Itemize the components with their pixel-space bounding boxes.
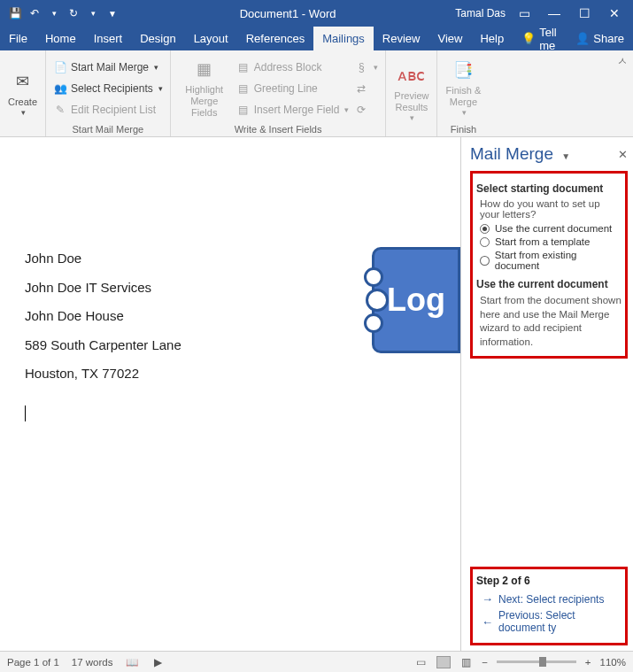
edit-icon: ✎ [53, 103, 67, 117]
start-mail-merge-button[interactable]: 📄Start Mail Merge▾ [53, 58, 163, 76]
rules-icon: § [354, 60, 368, 74]
word-count[interactable]: 17 words [72, 657, 113, 668]
chevron-down-icon: ▾ [21, 108, 26, 118]
qat-more-icon[interactable]: ▼ [104, 5, 120, 21]
address-block-button[interactable]: ▤Address Block [236, 58, 350, 76]
greeting-icon: ▤ [236, 81, 251, 96]
radio-icon [480, 224, 490, 234]
field-icon: ▤ [236, 103, 251, 117]
preview-icon: ᴀʙᴄ [399, 64, 424, 89]
radio-icon [480, 256, 490, 266]
redo-icon[interactable]: ↻ [66, 5, 81, 21]
people-icon: 👥 [53, 81, 67, 96]
previous-step-link[interactable]: ←Previous: Select document ty [476, 609, 621, 634]
arrow-left-icon: ← [482, 615, 493, 629]
insert-merge-field-button[interactable]: ▤Insert Merge Field▾ [236, 101, 350, 119]
envelope-icon: ✉ [11, 70, 35, 95]
section-description: Start from the document shown here and u… [476, 294, 621, 349]
preview-results-button[interactable]: ᴀʙᴄ Preview Results ▾ [393, 54, 429, 133]
group-create: ✉ Create ▾ [0, 50, 46, 136]
finish-icon: 📑 [451, 58, 475, 83]
titlebar-right: Tamal Das ▭ — ☐ ✕ [455, 6, 633, 20]
tab-insert[interactable]: Insert [85, 27, 132, 50]
wizard-step-nav: Step 2 of 6 →Next: Select recipients ←Pr… [470, 567, 628, 645]
create-button[interactable]: ✉ Create ▾ [7, 54, 38, 133]
zoom-in-button[interactable]: + [585, 657, 591, 668]
select-recipients-button[interactable]: 👥Select Recipients▾ [53, 80, 163, 97]
rules-button[interactable]: §▾ [354, 58, 378, 76]
tab-layout[interactable]: Layout [185, 27, 237, 50]
tab-view[interactable]: View [428, 27, 471, 50]
ribbon-display-icon[interactable]: ▭ [513, 6, 536, 20]
tab-mailings[interactable]: Mailings [313, 27, 374, 50]
collapse-ribbon-icon[interactable]: ㅅ [617, 54, 628, 69]
section-question: How do you want to set up your letters? [476, 198, 621, 220]
tab-help[interactable]: Help [471, 27, 513, 50]
share-button[interactable]: 👤Share [567, 27, 633, 50]
menu-bar: File Home Insert Design Layout Reference… [0, 27, 633, 50]
document-title: Document1 - Word [120, 7, 455, 20]
tab-home[interactable]: Home [36, 27, 85, 50]
logo-placeholder: Log [372, 247, 460, 353]
web-layout-icon[interactable]: ▥ [459, 655, 473, 668]
minimize-icon[interactable]: — [543, 6, 566, 20]
edit-recipient-list-button[interactable]: ✎Edit Recipient List [53, 101, 163, 119]
zoom-slider[interactable] [497, 660, 576, 663]
next-step-link[interactable]: →Next: Select recipients [476, 592, 621, 606]
spell-check-icon[interactable]: 📖 [126, 655, 139, 668]
tab-file[interactable]: File [0, 27, 36, 50]
zoom-out-button[interactable]: − [482, 657, 488, 668]
close-pane-icon[interactable]: ✕ [618, 148, 628, 161]
workspace: John Doe John Doe IT Services John Doe H… [0, 137, 633, 651]
text-cursor [25, 406, 26, 421]
ribbon: ✉ Create ▾ 📄Start Mail Merge▾ 👥Select Re… [0, 50, 633, 137]
title-bar: 💾 ↶ ▾ ↻ ▾ ▼ Document1 - Word Tamal Das ▭… [0, 0, 633, 27]
highlight-icon: ▦ [192, 58, 217, 82]
document-icon: 📄 [53, 60, 67, 74]
option-template[interactable]: Start from a template [476, 236, 621, 247]
print-layout-icon[interactable] [436, 656, 451, 668]
group-label: Finish [444, 124, 482, 135]
group-label: Write & Insert Fields [178, 124, 379, 135]
radio-icon [480, 237, 490, 247]
group-label: Start Mail Merge [53, 124, 163, 135]
maximize-icon[interactable]: ☐ [573, 6, 596, 20]
document-area[interactable]: John Doe John Doe IT Services John Doe H… [0, 137, 460, 651]
group-write-insert: ▦ Highlight Merge Fields ▤Address Block … [171, 50, 387, 136]
section-heading: Select starting document [476, 182, 621, 195]
macro-record-icon[interactable]: ▶ [151, 655, 165, 668]
zoom-level[interactable]: 110% [600, 657, 626, 668]
update-labels-button[interactable]: ⟳ [354, 101, 378, 119]
finish-merge-button[interactable]: 📑 Finish & Merge ▾ [444, 54, 482, 122]
share-icon: 👤 [575, 32, 590, 45]
undo-icon[interactable]: ↶ [27, 5, 42, 21]
option-current-document[interactable]: Use the current document [476, 223, 621, 234]
doc-line[interactable]: Houston, TX 77022 [25, 364, 460, 384]
option-existing-document[interactable]: Start from existing document [476, 250, 621, 271]
group-finish: 📑 Finish & Merge ▾ Finish [437, 50, 489, 136]
tab-design[interactable]: Design [131, 27, 184, 50]
close-icon[interactable]: ✕ [603, 6, 626, 20]
page-indicator[interactable]: Page 1 of 1 [7, 657, 59, 668]
caret-down-icon[interactable]: ▾ [85, 5, 101, 21]
highlight-merge-fields-button[interactable]: ▦ Highlight Merge Fields [178, 54, 231, 122]
task-pane-title: Mail Merge [470, 144, 553, 163]
caret-down-icon[interactable]: ▾ [46, 5, 62, 21]
tell-me[interactable]: 💡Tell me [513, 27, 567, 50]
group-start-mail-merge: 📄Start Mail Merge▾ 👥Select Recipients▾ ✎… [46, 50, 171, 136]
quick-access-toolbar: 💾 ↶ ▾ ↻ ▾ ▼ [0, 5, 120, 21]
match-fields-button[interactable]: ⇄ [354, 80, 378, 97]
section-heading: Use the current document [476, 278, 621, 290]
read-mode-icon[interactable]: ▭ [414, 655, 428, 668]
username-label: Tamal Das [455, 7, 506, 19]
bulb-icon: 💡 [521, 32, 536, 45]
chevron-down-icon[interactable]: ▼ [561, 151, 570, 161]
step-label: Step 2 of 6 [476, 575, 621, 587]
tab-references[interactable]: References [237, 27, 313, 50]
save-icon[interactable]: 💾 [7, 5, 23, 21]
status-bar: Page 1 of 1 17 words 📖 ▶ ▭ ▥ − + 110% [0, 651, 633, 672]
update-icon: ⟳ [354, 103, 368, 117]
address-icon: ▤ [236, 60, 251, 74]
greeting-line-button[interactable]: ▤Greeting Line [236, 80, 350, 97]
tab-review[interactable]: Review [374, 27, 429, 50]
